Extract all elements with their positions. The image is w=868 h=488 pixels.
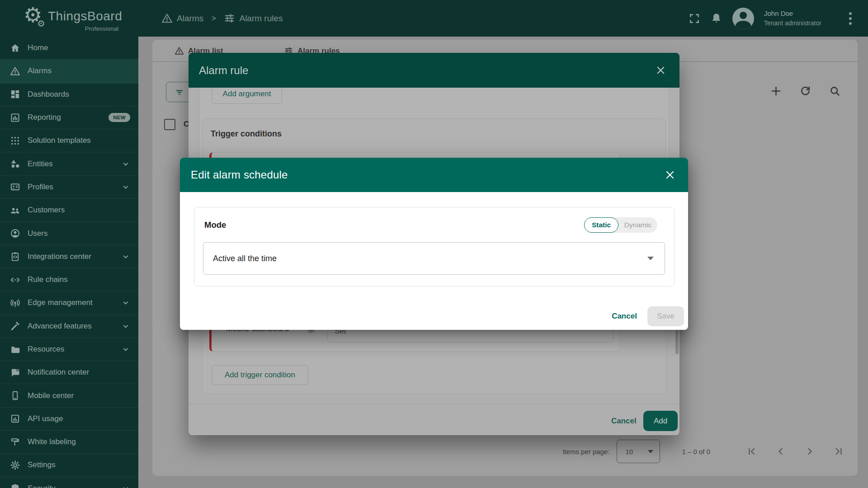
sidebar-item-label: Security xyxy=(28,484,121,488)
sidebar-item-profiles[interactable]: Profiles xyxy=(0,176,138,199)
notification-center-icon xyxy=(10,367,20,378)
mode-option-static[interactable]: Static xyxy=(584,217,618,233)
logo-app-name: ThingsBoard xyxy=(48,9,122,23)
chevron-down-icon xyxy=(121,298,130,307)
sidebar-item-entities[interactable]: Entities xyxy=(0,152,138,175)
sidebar-item-label: Advanced features xyxy=(28,322,121,331)
user-info[interactable]: John Doe Tenant administrator xyxy=(764,9,836,28)
sidebar-item-label: Solution templates xyxy=(28,136,130,145)
chevron-down-icon xyxy=(121,345,130,354)
schedule-dialog-header: Edit alarm schedule xyxy=(180,158,688,192)
person-icon xyxy=(740,12,747,19)
schedule-type-value: Active all the time xyxy=(213,254,647,263)
sidebar-item-dashboards[interactable]: Dashboards xyxy=(0,83,138,106)
page-size-value: 10 xyxy=(625,448,633,455)
sidebar-item-label: White labeling xyxy=(28,437,130,446)
last-page-icon[interactable] xyxy=(833,446,844,457)
sidebar-item-label: Integrations center xyxy=(28,252,121,261)
sidebar-item-label: Resources xyxy=(28,345,121,354)
dashboards-icon xyxy=(10,89,20,99)
thingsboard-logo[interactable]: ⚙ ⚙ ThingsBoard Professional xyxy=(20,4,137,35)
sidebar-item-api-usage[interactable]: API usage xyxy=(0,408,138,431)
mobile-center-icon xyxy=(10,390,20,401)
customers-icon xyxy=(10,205,20,216)
topbar-actions: John Doe Tenant administrator xyxy=(689,0,852,37)
mode-label: Mode xyxy=(204,220,226,230)
first-page-icon[interactable] xyxy=(746,446,757,457)
rule-chains-icon xyxy=(10,275,20,285)
page-range-label: 1 – 0 of 0 xyxy=(682,448,710,455)
sidebar-item-label: Edge management xyxy=(28,298,121,307)
sidebar-item-label: Notification center xyxy=(28,368,130,377)
close-icon[interactable] xyxy=(656,65,666,75)
add-icon[interactable] xyxy=(770,85,782,97)
more-vert-icon[interactable] xyxy=(846,12,852,25)
tune-icon xyxy=(224,13,235,24)
chevron-down-icon xyxy=(121,322,130,331)
notifications-bell-icon[interactable] xyxy=(710,12,722,24)
sidebar-item-integrations-center[interactable]: Integrations center xyxy=(0,245,138,268)
warning-icon xyxy=(175,46,184,56)
refresh-icon[interactable] xyxy=(799,85,811,97)
sidebar-item-label: Users xyxy=(28,229,130,238)
home-icon xyxy=(10,43,20,53)
sidebar-item-label: Dashboards xyxy=(28,90,130,99)
schedule-cancel-button[interactable]: Cancel xyxy=(610,312,638,321)
breadcrumb-alarm-rules[interactable]: Alarm rules xyxy=(224,13,283,24)
schedule-dialog-title: Edit alarm schedule xyxy=(191,169,665,181)
chevron-down-icon xyxy=(121,160,130,169)
integrations-icon xyxy=(10,251,20,262)
white-labeling-icon xyxy=(10,437,20,447)
breadcrumb-label: Alarm rules xyxy=(239,14,283,23)
sidebar-item-resources[interactable]: Resources xyxy=(0,338,138,361)
mode-option-dynamic[interactable]: Dynamic xyxy=(618,221,657,229)
sidebar-item-solution-templates[interactable]: Solution templates xyxy=(0,129,138,152)
table-actions xyxy=(770,85,841,97)
breadcrumb-alarms[interactable]: Alarms xyxy=(161,13,203,24)
avatar[interactable] xyxy=(732,8,754,29)
previous-page-icon[interactable] xyxy=(775,446,786,457)
resources-icon xyxy=(10,344,20,355)
items-per-page-label: Items per page: xyxy=(562,448,609,455)
sidebar-item-label: Customers xyxy=(28,206,130,215)
sidebar-item-advanced-features[interactable]: Advanced features xyxy=(0,315,138,338)
sidebar-item-label: Reporting xyxy=(28,113,108,122)
sidebar-item-rule-chains[interactable]: Rule chains xyxy=(0,268,138,291)
sidebar-item-users[interactable]: Users xyxy=(0,222,138,245)
sidebar-item-settings[interactable]: Settings xyxy=(0,454,138,477)
sidebar-item-label: Settings xyxy=(28,460,130,469)
person-body-icon xyxy=(736,21,751,29)
sidebar-item-customers[interactable]: Customers xyxy=(0,199,138,222)
logo-edition: Professional xyxy=(20,25,118,32)
alarm-rule-dialog-title: Alarm rule xyxy=(199,64,656,77)
sidebar-item-label: Rule chains xyxy=(28,275,130,284)
dropdown-arrow-icon xyxy=(648,450,653,453)
schedule-save-button[interactable]: Save xyxy=(647,306,684,326)
users-icon xyxy=(10,228,20,239)
sidebar-item-mobile-center[interactable]: Mobile center xyxy=(0,384,138,407)
search-icon[interactable] xyxy=(829,85,841,97)
sidebar-item-notification-center[interactable]: Notification center xyxy=(0,361,138,384)
close-icon[interactable] xyxy=(665,169,675,180)
select-all-checkbox[interactable] xyxy=(164,119,175,130)
fullscreen-icon[interactable] xyxy=(689,13,700,24)
add-trigger-condition-button[interactable]: Add trigger condition xyxy=(212,365,308,385)
sidebar-item-home[interactable]: Home xyxy=(0,37,138,60)
sidebar-item-white-labeling[interactable]: White labeling xyxy=(0,431,138,454)
settings-icon xyxy=(10,460,20,470)
schedule-type-select[interactable]: Active all the time xyxy=(203,242,665,275)
pagination-bar: Items per page: 10 1 – 0 of 0 xyxy=(562,439,844,464)
reporting-icon xyxy=(10,113,20,123)
sidebar-item-reporting[interactable]: ReportingNEW xyxy=(0,106,138,129)
warning-icon xyxy=(161,13,173,24)
breadcrumb-label: Alarms xyxy=(177,14,203,23)
api-usage-icon xyxy=(10,413,20,424)
edge-management-icon xyxy=(10,298,20,308)
warning-icon xyxy=(10,66,20,76)
sidebar-item-security[interactable]: Security xyxy=(0,477,138,488)
page-size-select[interactable]: 10 xyxy=(617,440,660,463)
sidebar-item-edge-management[interactable]: Edge management xyxy=(0,291,138,314)
sidebar-item-alarms[interactable]: Alarms xyxy=(0,60,138,83)
mode-toggle: Static Dynamic xyxy=(584,217,657,233)
next-page-icon[interactable] xyxy=(804,446,815,457)
